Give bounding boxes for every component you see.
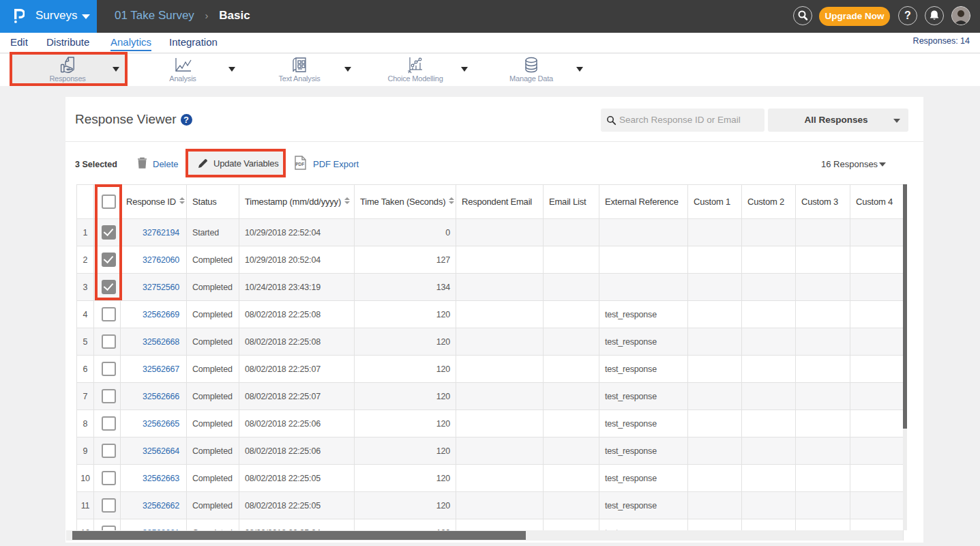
svg-text:PDF: PDF	[295, 162, 304, 167]
